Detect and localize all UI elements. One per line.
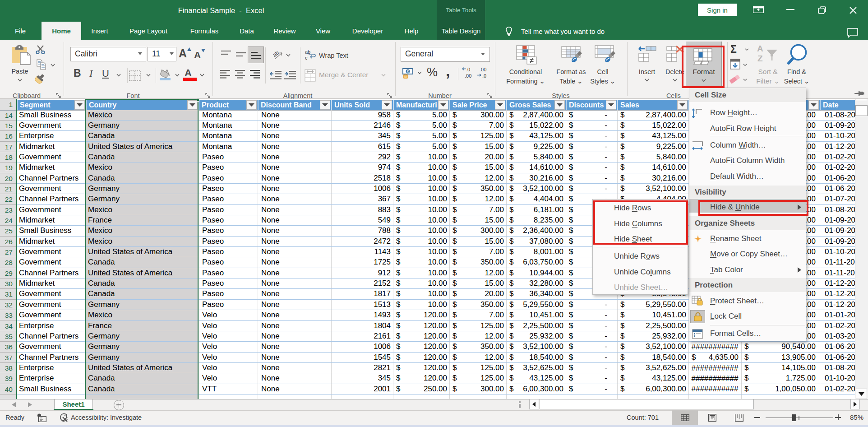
svg-text:.0: .0 (466, 67, 470, 72)
svg-text:A: A (757, 45, 763, 53)
svg-text:c: c (305, 55, 308, 60)
svg-text:.0: .0 (482, 73, 486, 79)
svg-text:ab: ab (305, 49, 310, 55)
svg-text:ab: ab (272, 49, 280, 58)
svg-text:.00: .00 (480, 67, 486, 72)
svg-text:Z: Z (757, 54, 763, 63)
svg-text:$: $ (407, 70, 409, 74)
svg-text:.00: .00 (465, 73, 471, 79)
